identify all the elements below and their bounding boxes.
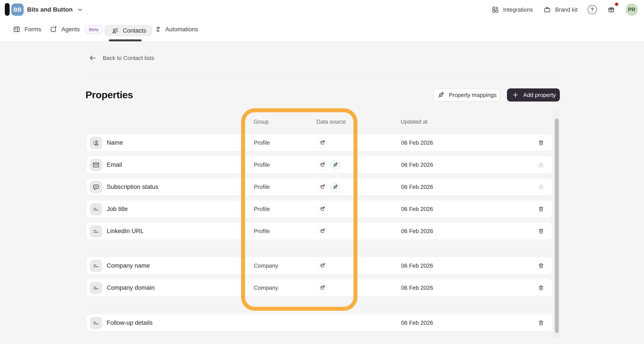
data-source-badges (318, 257, 328, 274)
user-avatar[interactable]: PR (626, 4, 638, 16)
property-name: LinkedIn URL (107, 223, 144, 240)
add-property-button[interactable]: Add property (507, 88, 560, 102)
data-source-badges (318, 200, 328, 217)
property-name: Company domain (107, 279, 154, 296)
page-title: Properties (86, 89, 133, 101)
property-name: Company name (107, 257, 150, 274)
contacts-icon (110, 26, 119, 35)
plug-icon (436, 91, 445, 99)
data-source-badges (318, 223, 328, 240)
back-to-contact-lists-link[interactable]: Back to Contact lists (88, 53, 154, 64)
database-sparkle-icon (318, 160, 328, 170)
updated-at-value: 06 Feb 2026 (401, 156, 433, 173)
column-header-data-source: Data source (316, 119, 346, 125)
beta-badge: Beta (84, 25, 103, 34)
plus-icon (511, 91, 520, 99)
short-text-icon (90, 260, 102, 272)
property-group: Profile (254, 178, 270, 195)
brand-kit-icon (543, 5, 552, 14)
short-text-icon (90, 225, 102, 237)
active-tab-indicator (109, 39, 142, 41)
updated-at-value: 06 Feb 2026 (401, 134, 433, 151)
tab-agents[interactable]: Agents Beta (49, 22, 103, 36)
property-group: Profile (254, 134, 270, 151)
database-sparkle-icon (318, 138, 328, 148)
property-name: Name (107, 134, 123, 151)
column-header-group: Group (254, 119, 269, 125)
delete-property-button[interactable] (534, 223, 548, 240)
mail-icon (90, 159, 102, 171)
agents-icon (49, 25, 58, 34)
updated-at-value: 06 Feb 2026 (401, 178, 433, 195)
contact-card-icon (90, 137, 102, 149)
back-link-label: Back to Contact lists (103, 55, 154, 62)
property-row[interactable]: Company domainCompany06 Feb 2026 (86, 279, 552, 296)
gift-button[interactable] (607, 5, 616, 14)
database-sparkle-icon (318, 204, 328, 214)
property-row[interactable]: Follow-up details06 Feb 2026 (86, 314, 552, 331)
plug-connected-icon (330, 182, 340, 192)
delete-property-button[interactable] (534, 279, 548, 296)
locked-property-icon (534, 156, 548, 173)
gift-icon (607, 5, 616, 14)
property-group: Company (254, 257, 278, 274)
property-row[interactable]: Job titleProfile06 Feb 2026 (86, 200, 552, 218)
workspace-logo[interactable]: BB (11, 4, 24, 16)
property-name: Follow-up details (107, 314, 152, 331)
integrations-icon (491, 5, 500, 14)
database-sparkle-icon (318, 226, 328, 236)
delete-property-button[interactable] (534, 200, 548, 217)
chevron-down-icon (76, 5, 84, 14)
arrow-left-icon (88, 54, 97, 62)
property-row[interactable]: Subscription statusProfile06 Feb 2026 (86, 178, 552, 196)
locked-property-icon (534, 178, 548, 195)
workspace-switcher[interactable]: Bits and Button (27, 0, 84, 19)
forms-icon (12, 25, 21, 34)
delete-property-button[interactable] (534, 134, 548, 151)
updated-at-value: 06 Feb 2026 (401, 314, 433, 331)
tab-automations[interactable]: Automations (153, 22, 198, 36)
workspace-name: Bits and Button (27, 6, 72, 13)
property-row[interactable]: EmailProfile06 Feb 2026 (86, 156, 552, 174)
database-sparkle-icon (318, 283, 328, 292)
help-icon[interactable]: ? (588, 5, 597, 14)
message-dots-icon (90, 181, 102, 193)
tab-forms[interactable]: Forms (12, 22, 41, 36)
notification-dot (615, 3, 618, 6)
data-source-badges (318, 134, 328, 151)
property-name: Subscription status (107, 178, 158, 195)
property-row[interactable]: LinkedIn URLProfile06 Feb 2026 (86, 222, 552, 240)
property-group: Profile (254, 223, 270, 240)
add-property-label: Add property (523, 92, 556, 99)
top-bar: BB Bits and Button Integrations Brand ki… (0, 0, 644, 19)
property-row[interactable]: NameProfile06 Feb 2026 (86, 134, 552, 151)
integrations-label: Integrations (503, 6, 533, 13)
plug-connected-icon (330, 160, 340, 170)
property-group: Profile (254, 200, 270, 217)
property-mappings-button[interactable]: Property mappings (433, 88, 500, 102)
brand-kit-button[interactable]: Brand kit (543, 5, 578, 14)
data-source-badges (318, 156, 340, 173)
group-divider (86, 305, 560, 305)
scrollbar-thumb[interactable] (555, 119, 559, 333)
database-sparkle-icon (318, 261, 328, 270)
short-text-icon (90, 282, 102, 294)
delete-property-button[interactable] (534, 314, 548, 331)
tab-label: Contacts (123, 27, 146, 34)
automations-icon (153, 25, 162, 34)
database-sparkle-icon (318, 182, 328, 192)
updated-at-value: 06 Feb 2026 (401, 200, 433, 217)
short-text-icon (90, 203, 102, 215)
app-window: BB Bits and Button Integrations Brand ki… (0, 0, 644, 344)
tab-contacts[interactable]: Contacts (104, 25, 152, 36)
delete-property-button[interactable] (534, 257, 548, 274)
brand-kit-label: Brand kit (555, 6, 578, 13)
integrations-button[interactable]: Integrations (491, 5, 533, 14)
property-group: Profile (254, 156, 270, 173)
short-text-icon (90, 317, 102, 329)
property-row[interactable]: Company nameCompany06 Feb 2026 (86, 257, 552, 274)
tab-label: Forms (24, 26, 41, 33)
group-divider (86, 248, 560, 248)
property-group: Company (254, 279, 278, 296)
updated-at-value: 06 Feb 2026 (401, 223, 433, 240)
